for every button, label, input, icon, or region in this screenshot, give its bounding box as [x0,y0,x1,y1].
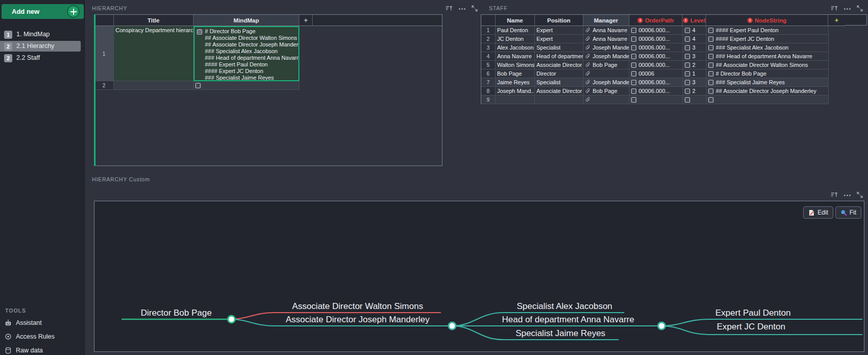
row-number[interactable]: 1 [481,26,496,35]
sidebar-item-access-rules[interactable]: Access Rules [0,332,85,342]
cell-manager[interactable]: Anna Navarre [583,35,629,43]
cell-title[interactable] [114,81,194,90]
cell-manager[interactable]: Joseph Mander... [583,52,629,61]
cell-name[interactable]: Alex Jacobson [496,43,535,52]
sidebar-item-mindmap[interactable]: 1 1. MindMap [0,29,81,40]
column-header-orderpath[interactable]: OrderPath [629,15,683,26]
cell-level[interactable]: 4 [683,26,707,35]
cell-manager[interactable] [583,96,629,104]
mindmap-label-jaime[interactable]: Specialist Jaime Reyes [515,328,605,338]
cell-manager[interactable]: Joseph Mander... [583,78,629,87]
row-number[interactable]: 8 [481,87,496,96]
cell-nodestring[interactable]: #### Expert Paul Denton [707,26,829,35]
cell-nodestring[interactable]: ## Associate Director Walton Simons [707,61,829,69]
cell-orderpath[interactable]: 00006.000... [629,87,683,96]
cell-position[interactable]: Head of department [535,52,583,61]
column-header-nodestring[interactable]: NodeString [706,15,828,26]
column-header-name[interactable]: Name [496,15,535,26]
cell-name[interactable]: Bob Page [496,69,535,78]
add-new-button[interactable]: Add new [2,4,84,19]
cell-manager[interactable]: Joseph Mander... [583,43,629,52]
more-options-icon[interactable] [843,192,851,198]
mindmap-label-alex[interactable]: Specialist Alex Jacobson [517,301,612,311]
cell-name[interactable]: Walton Simons [496,61,535,69]
cell-manager[interactable]: Bob Page [583,61,629,69]
cell-manager[interactable] [583,69,629,78]
column-header-position[interactable]: Position [535,15,583,26]
row-number[interactable]: 5 [481,61,496,69]
cell-mindmap[interactable]: # Director Bob Page ## Associate Directo… [194,26,299,81]
cell-level[interactable]: 3 [683,52,707,61]
cell-nodestring[interactable]: ### Specialist Jaime Reyes [707,78,829,87]
cell-title[interactable]: Conspiracy Department hierarchy [114,26,194,81]
cell-nodestring[interactable]: ## Associate Director Joseph Manderley [707,87,829,96]
cell-level[interactable]: 2 [683,87,707,96]
more-options-icon[interactable] [458,5,465,12]
cell-orderpath[interactable]: 00006.000... [629,26,683,35]
column-header-title[interactable]: Title [114,15,194,26]
cell-position[interactable]: Specialist [535,43,583,52]
row-number[interactable]: 2 [481,35,496,43]
cell-orderpath[interactable]: 00006.000... [629,43,683,52]
cell-name[interactable] [496,96,535,104]
mindmap-node-joseph[interactable] [449,322,456,329]
mindmap-label-paul[interactable]: Expert Paul Denton [715,308,790,318]
cell-level[interactable]: 4 [683,35,707,43]
sidebar-item-staff[interactable]: 2 2.2 Staff [0,53,81,63]
row-number[interactable]: 2 [95,81,114,90]
cell-name[interactable]: Paul Denton [496,26,535,35]
row-number[interactable]: 6 [481,69,496,78]
column-header-manager[interactable]: Manager [583,15,629,26]
cell-orderpath[interactable]: 00006 [629,69,683,78]
cell-manager[interactable]: Bob Page [583,87,629,96]
sidebar-item-assistant[interactable]: Assistant [0,318,85,328]
cell-level[interactable]: 1 [683,69,707,78]
column-header-level[interactable]: Level [683,15,706,26]
cell-mindmap[interactable] [194,81,299,90]
add-column-button[interactable]: + [828,15,846,26]
expand-icon[interactable] [856,192,863,198]
cell-name[interactable]: Jaime Reyes [496,78,535,87]
mindmap-label-anna[interactable]: Head of department Anna Navarre [502,315,635,324]
mindmap-label-root[interactable]: Director Bob Page [141,308,212,318]
cell-name[interactable]: Joseph Mand... [496,87,535,96]
sort-filter-icon[interactable] [445,5,453,12]
expand-icon[interactable] [471,5,478,12]
mindmap-label-walton[interactable]: Associate Director Walton Simons [292,301,423,311]
cell-orderpath[interactable] [629,96,683,104]
column-header-mindmap[interactable]: MindMap [194,15,299,26]
cell-position[interactable]: Expert [535,26,583,35]
more-options-icon[interactable] [843,5,851,12]
cell-orderpath[interactable]: 00006.000... [629,61,683,69]
cell-name[interactable]: JC Denton [496,35,535,43]
row-number[interactable]: 9 [481,96,496,104]
cell-level[interactable] [683,96,707,104]
cell-position[interactable] [535,96,583,104]
cell-level[interactable]: 3 [683,43,707,52]
row-number[interactable]: 4 [481,52,496,61]
cell-position[interactable]: Director [535,69,583,78]
cell-nodestring[interactable]: ### Specialist Alex Jacobson [707,43,829,52]
mindmap-canvas[interactable]: Director Bob Page Associate Director Wal… [95,201,864,351]
cell-manager[interactable]: Anna Navarre [583,26,629,35]
cell-nodestring[interactable]: # Director Bob Page [707,69,829,78]
plus-icon[interactable] [67,5,80,18]
mindmap-node-anna[interactable] [658,322,665,329]
cell-nodestring[interactable] [707,96,829,104]
sidebar-item-hierarchy[interactable]: 2 2.1 Hierarchy [0,41,81,52]
cell-orderpath[interactable]: 00006.000... [629,35,683,43]
cell-position[interactable]: Expert [535,35,583,43]
mindmap-node-root[interactable] [228,316,235,323]
sort-filter-icon[interactable] [831,192,838,198]
row-number[interactable]: 7 [481,78,496,87]
cell-level[interactable]: 3 [683,78,707,87]
mindmap-label-joseph[interactable]: Associate Director Joseph Manderley [286,315,430,324]
cell-level[interactable]: 2 [683,61,707,69]
cell-name[interactable]: Anna Navarre [496,52,535,61]
cell-nodestring[interactable]: #### Expert JC Denton [707,35,829,43]
row-number[interactable]: 1 [95,26,114,81]
add-column-button[interactable]: + [299,15,313,26]
mindmap-label-jc[interactable]: Expert JC Denton [717,322,785,332]
sidebar-item-raw-data[interactable]: Raw data [0,345,85,355]
cell-orderpath[interactable]: 00006.000... [629,52,683,61]
